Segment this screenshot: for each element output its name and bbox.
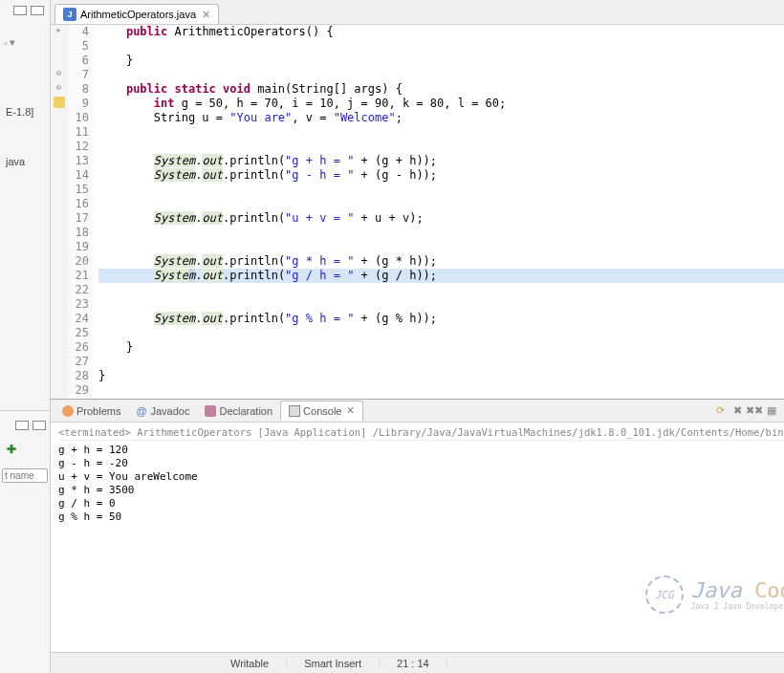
status-bar: Writable Smart Insert 21 : 14: [51, 652, 784, 673]
line-number: 8: [68, 82, 89, 97]
line-number: 4: [68, 25, 89, 39]
code-line[interactable]: String u = "You are", v = "Welcome";: [98, 111, 784, 125]
console-line: g - h = -20: [58, 457, 784, 470]
console-tool-icon[interactable]: ⟳: [712, 403, 728, 419]
code-line[interactable]: System.out.println("g * h = " + (g * h))…: [98, 254, 784, 269]
tab-declaration[interactable]: Declaration: [197, 402, 280, 420]
maximize-icon[interactable]: [33, 421, 46, 430]
line-number: 11: [68, 125, 89, 140]
file-ext-label: java: [6, 156, 46, 167]
line-number: 16: [68, 197, 89, 211]
javadoc-icon: @: [136, 405, 147, 417]
code-line[interactable]: [98, 125, 784, 140]
line-number: 10: [68, 111, 89, 125]
name-input[interactable]: [2, 468, 48, 483]
minimize-icon[interactable]: [15, 421, 29, 430]
tab-console[interactable]: Console ✕: [280, 401, 363, 421]
code-line[interactable]: }: [98, 340, 784, 355]
remove-all-icon[interactable]: ✖✖: [747, 403, 762, 419]
minimize-icon[interactable]: [13, 6, 27, 15]
line-number: 26: [68, 340, 89, 355]
declaration-icon: [205, 405, 216, 417]
code-line[interactable]: System.out.println("g / h = " + (g / h))…: [98, 269, 784, 283]
code-line[interactable]: [98, 39, 784, 54]
status-cursor-pos: 21 : 14: [380, 658, 447, 669]
clear-console-icon[interactable]: ▦: [764, 403, 779, 419]
code-line[interactable]: }: [98, 369, 784, 383]
code-line[interactable]: [98, 68, 784, 82]
tab-javadoc[interactable]: @Javadoc: [128, 402, 197, 420]
left-sidebar: ◦▾ E-1.8] java ✚: [0, 0, 51, 673]
code-line[interactable]: public ArithmeticOperators() {: [98, 25, 784, 39]
line-number: 25: [68, 326, 89, 340]
remove-launch-icon[interactable]: ✖: [730, 403, 745, 419]
line-number: 24: [68, 312, 89, 326]
code-line[interactable]: int g = 50, h = 70, i = 10, j = 90, k = …: [98, 97, 784, 111]
line-number: 13: [68, 154, 89, 168]
console-icon: [289, 405, 300, 417]
code-line[interactable]: System.out.println("g - h = " + (g - h))…: [98, 168, 784, 183]
line-number: 23: [68, 297, 89, 312]
line-number: 28: [68, 369, 89, 383]
bottom-pane: Problems @Javadoc Declaration Console ✕ …: [51, 399, 784, 652]
maximize-icon[interactable]: [31, 6, 44, 15]
code-line[interactable]: System.out.println("u + v = " + u + v);: [98, 211, 784, 226]
editor-tab-bar: J ArithmeticOperators.java ✕: [51, 0, 784, 25]
line-number: 22: [68, 283, 89, 297]
console-line: g + h = 120: [58, 444, 784, 457]
code-line[interactable]: [98, 383, 784, 398]
warning-icon[interactable]: [54, 97, 65, 108]
close-tab-icon[interactable]: ✕: [202, 9, 210, 21]
line-number: 7: [68, 68, 89, 82]
add-icon[interactable]: ✚: [4, 442, 19, 457]
console-title: <terminated> ArithmeticOperators [Java A…: [58, 426, 784, 441]
console-line: g / h = 0: [58, 497, 784, 510]
tab-problems[interactable]: Problems: [54, 402, 128, 420]
console-line: g * h = 3500: [58, 484, 784, 497]
code-line[interactable]: [98, 326, 784, 340]
code-line[interactable]: [98, 283, 784, 297]
problems-icon: [62, 405, 74, 417]
close-icon[interactable]: ✕: [346, 404, 355, 417]
status-writable: Writable: [213, 658, 287, 669]
code-line[interactable]: [98, 183, 784, 197]
code-line[interactable]: }: [98, 54, 784, 68]
code-line[interactable]: [98, 197, 784, 211]
console-line: u + v = You areWelcome: [58, 470, 784, 484]
code-line[interactable]: [98, 355, 784, 369]
line-number: 18: [68, 226, 89, 240]
java-file-icon: J: [63, 8, 76, 21]
line-number: 6: [68, 54, 89, 68]
status-insert: Smart Insert: [287, 658, 380, 669]
line-number: 27: [68, 355, 89, 369]
code-line[interactable]: public static void main(String[] args) {: [98, 82, 784, 97]
line-number: 9: [68, 97, 89, 111]
line-number: 12: [68, 140, 89, 154]
line-number: 15: [68, 183, 89, 197]
line-number: 19: [68, 240, 89, 254]
line-number: 21: [68, 269, 89, 283]
code-line[interactable]: System.out.println("g + h = " + (g + h))…: [98, 154, 784, 168]
file-tab[interactable]: J ArithmeticOperators.java ✕: [54, 4, 219, 24]
code-line[interactable]: [98, 226, 784, 240]
code-line[interactable]: [98, 240, 784, 254]
line-number: 17: [68, 211, 89, 226]
code-line[interactable]: [98, 140, 784, 154]
line-number: 5: [68, 39, 89, 54]
code-editor[interactable]: ▸⊖⊖ 456789101112131415161718192021222324…: [51, 25, 784, 399]
code-line[interactable]: [98, 297, 784, 312]
outline-node-icon: ◦: [4, 37, 8, 49]
tab-filename: ArithmeticOperators.java: [80, 9, 196, 20]
jre-label: E-1.8]: [6, 106, 46, 118]
watermark-logo: JCG Java Code Geeks Java 2 Java Develope…: [645, 575, 784, 614]
line-number: 29: [68, 383, 89, 398]
console-line: g % h = 50: [58, 510, 784, 524]
line-number: 20: [68, 254, 89, 269]
line-number: 14: [68, 168, 89, 183]
console-output[interactable]: <terminated> ArithmeticOperators [Java A…: [51, 423, 784, 652]
code-line[interactable]: System.out.println("g % h = " + (g % h))…: [98, 312, 784, 326]
